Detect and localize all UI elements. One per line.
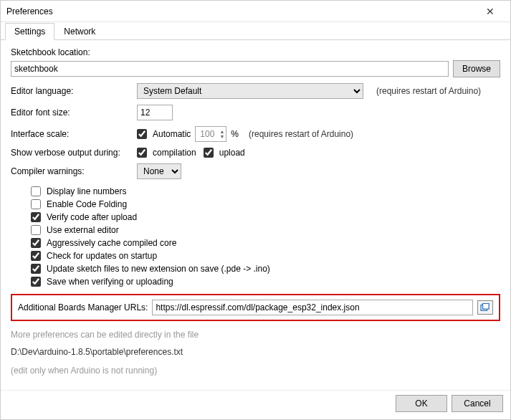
opt-check-updates-input[interactable]: [31, 251, 41, 261]
window-icon: [480, 303, 490, 312]
prefs-path[interactable]: D:\Dev\arduino-1.8.5\portable\preference…: [11, 347, 500, 357]
language-label: Editor language:: [11, 86, 133, 96]
dialog-footer: OK Cancel: [1, 390, 510, 419]
opt-verify-after-upload-input[interactable]: [31, 212, 41, 222]
chevron-up-icon: ▲: [219, 129, 224, 134]
language-select[interactable]: System Default: [137, 83, 363, 99]
scale-restart-note: (requires restart of Arduino): [249, 129, 353, 139]
close-icon: ✕: [486, 6, 495, 17]
browse-button[interactable]: Browse: [453, 60, 500, 77]
opt-code-folding-input[interactable]: [31, 199, 41, 209]
cancel-button[interactable]: Cancel: [452, 395, 503, 412]
verbose-upload-checkbox[interactable]: upload: [204, 148, 245, 158]
sketchbook-input[interactable]: [11, 61, 449, 77]
boards-url-section: Additional Boards Manager URLs:: [11, 294, 500, 321]
verbose-upload-input[interactable]: [204, 148, 214, 158]
scale-percent: %: [231, 129, 239, 139]
edit-only-hint: (edit only when Arduino is not running): [11, 366, 500, 376]
options-list: Display line numbers Enable Code Folding…: [11, 186, 500, 287]
sketchbook-section: Sketchbook location: Browse: [11, 47, 500, 77]
more-prefs-hint: More preferences can be edited directly …: [11, 330, 500, 340]
opt-check-updates[interactable]: Check for updates on startup: [11, 251, 500, 261]
boards-url-expand-button[interactable]: [477, 300, 493, 315]
fontsize-label: Editor font size:: [11, 108, 133, 118]
language-restart-note: (requires restart of Arduino): [376, 86, 481, 96]
warnings-select[interactable]: None: [137, 163, 181, 179]
scale-value-input[interactable]: 100 ▲▼: [195, 126, 226, 142]
verbose-compilation-label: compilation: [153, 148, 196, 158]
scale-auto-label: Automatic: [153, 129, 191, 139]
boards-url-input[interactable]: [152, 300, 473, 315]
fontsize-input[interactable]: [137, 105, 173, 120]
verbose-upload-label: upload: [219, 148, 245, 158]
opt-cache-core[interactable]: Aggressively cache compiled core: [11, 238, 500, 248]
opt-update-ext-input[interactable]: [31, 264, 41, 274]
scale-spinner[interactable]: ▲▼: [219, 129, 224, 139]
opt-update-ext-label: Update sketch files to new extension on …: [47, 264, 270, 274]
sketchbook-label: Sketchbook location:: [11, 47, 500, 57]
scale-auto-checkbox[interactable]: Automatic: [137, 129, 191, 139]
opt-cache-core-input[interactable]: [31, 238, 41, 248]
window-title: Preferences: [6, 6, 53, 16]
opt-save-verify-label: Save when verifying or uploading: [47, 277, 173, 287]
opt-display-line-numbers-label: Display line numbers: [47, 186, 126, 196]
opt-display-line-numbers-input[interactable]: [31, 186, 41, 196]
opt-external-editor-label: Use external editor: [47, 225, 119, 235]
warnings-label: Compiler warnings:: [11, 166, 133, 176]
opt-code-folding[interactable]: Enable Code Folding: [11, 199, 500, 209]
verbose-compilation-checkbox[interactable]: compilation: [137, 148, 196, 158]
opt-save-verify[interactable]: Save when verifying or uploading: [11, 277, 500, 287]
preferences-window: Preferences ✕ Settings Network Sketchboo…: [0, 0, 511, 420]
opt-verify-after-upload-label: Verify code after upload: [47, 212, 137, 222]
opt-update-ext[interactable]: Update sketch files to new extension on …: [11, 264, 500, 274]
ok-button[interactable]: OK: [396, 395, 447, 412]
titlebar: Preferences ✕: [1, 1, 510, 22]
opt-external-editor[interactable]: Use external editor: [11, 225, 500, 235]
opt-display-line-numbers[interactable]: Display line numbers: [11, 186, 500, 196]
opt-save-verify-input[interactable]: [31, 277, 41, 287]
opt-check-updates-label: Check for updates on startup: [47, 251, 157, 261]
verbose-label: Show verbose output during:: [11, 148, 133, 158]
scale-label: Interface scale:: [11, 129, 133, 139]
scale-auto-input[interactable]: [137, 129, 147, 139]
tab-bar: Settings Network: [1, 22, 510, 40]
svg-rect-1: [483, 303, 489, 309]
opt-cache-core-label: Aggressively cache compiled core: [47, 238, 176, 248]
boards-url-label: Additional Boards Manager URLs:: [18, 302, 148, 312]
opt-code-folding-label: Enable Code Folding: [47, 199, 127, 209]
tab-network[interactable]: Network: [54, 23, 105, 40]
opt-external-editor-input[interactable]: [31, 225, 41, 235]
settings-panel: Sketchbook location: Browse Editor langu…: [1, 40, 510, 390]
scale-value: 100: [200, 129, 214, 139]
verbose-compilation-input[interactable]: [137, 148, 147, 158]
opt-verify-after-upload[interactable]: Verify code after upload: [11, 212, 500, 222]
close-button[interactable]: ✕: [476, 1, 505, 22]
chevron-down-icon: ▼: [219, 134, 224, 139]
tab-settings[interactable]: Settings: [5, 23, 54, 40]
